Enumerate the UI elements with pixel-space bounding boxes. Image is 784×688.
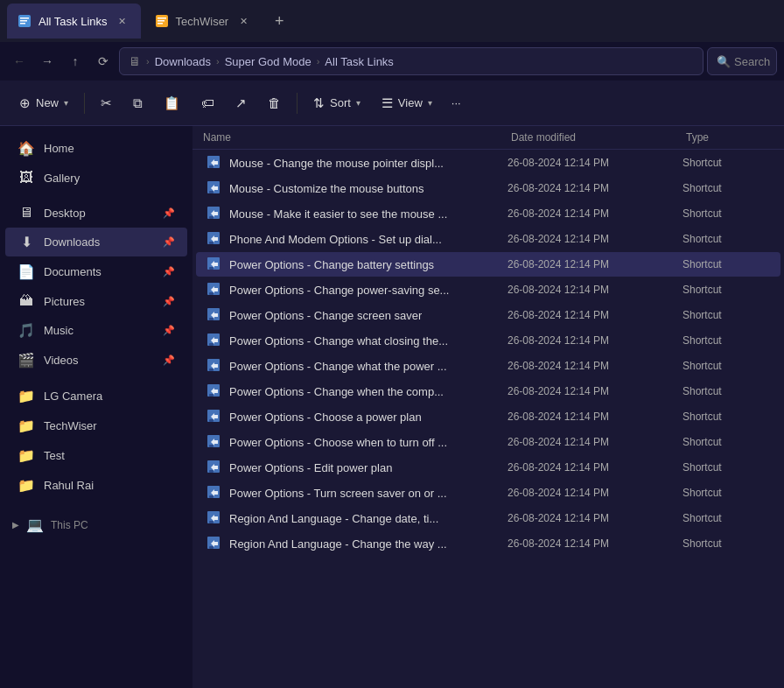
svg-rect-2 <box>20 20 27 22</box>
sidebar-item-documents[interactable]: 📄 Documents 📌 <box>5 257 187 286</box>
sidebar-item-test[interactable]: 📁 Test <box>5 441 187 470</box>
file-name: Region And Language - Change date, ti... <box>229 512 438 525</box>
file-date: 26-08-2024 12:14 PM <box>508 334 682 347</box>
file-name: Power Options - Change when the comp... <box>229 385 444 398</box>
table-row[interactable]: Mouse - Customize the mouse buttons 26-0… <box>196 176 780 200</box>
svg-rect-29 <box>209 419 214 422</box>
table-row[interactable]: Power Options - Change when the comp... … <box>196 379 780 404</box>
new-chevron: ▾ <box>64 98 68 108</box>
more-button[interactable]: ··· <box>444 91 468 115</box>
table-row[interactable]: Power Options - Choose when to turn off … <box>196 430 780 454</box>
address-input[interactable]: 🖥 › Downloads › Super God Mode › All Tas… <box>119 47 704 75</box>
sidebar-item-downloads[interactable]: ⬇ Downloads 📌 <box>5 228 187 256</box>
svg-rect-13 <box>209 216 214 219</box>
view-label: View <box>398 96 423 109</box>
breadcrumb-downloads[interactable]: Downloads <box>155 55 211 68</box>
file-date: 26-08-2024 12:14 PM <box>508 360 682 372</box>
cut-button[interactable]: ✂ <box>92 90 121 116</box>
sidebar-item-rahulrai[interactable]: 📁 Rahul Rai <box>5 471 187 500</box>
refresh-button[interactable]: ⟳ <box>91 49 116 74</box>
file-name-cell: Power Options - Edit power plan <box>206 460 508 475</box>
back-button[interactable]: ← <box>7 49 32 74</box>
rename-button[interactable]: 🏷 <box>192 90 223 116</box>
table-row[interactable]: Phone And Modem Options - Set up dial...… <box>196 227 780 251</box>
file-date: 26-08-2024 12:14 PM <box>508 411 682 423</box>
table-row[interactable]: Power Options - Change what the power ..… <box>196 354 780 378</box>
breadcrumb-super-god-mode[interactable]: Super God Mode <box>225 55 312 68</box>
table-row[interactable]: Power Options - Edit power plan 26-08-20… <box>196 455 780 480</box>
sidebar: 🏠 Home 🖼 Gallery 🖥 Desktop 📌 ⬇ Downloads… <box>0 126 192 688</box>
tab-techwiser[interactable]: TechWiser ✕ <box>144 4 262 39</box>
file-shortcut-icon <box>206 358 222 374</box>
file-date: 26-08-2024 12:14 PM <box>508 436 682 448</box>
file-name-cell: Region And Language - Change date, ti... <box>206 510 508 526</box>
sort-chevron: ▾ <box>356 98 360 108</box>
sidebar-item-desktop[interactable]: 🖥 Desktop 📌 <box>5 199 187 227</box>
address-pc-icon: 🖥 <box>129 54 141 68</box>
delete-button[interactable]: 🗑 <box>259 90 290 116</box>
copy-button[interactable]: ⧉ <box>124 90 151 116</box>
file-date: 26-08-2024 12:14 PM <box>508 258 682 270</box>
svg-rect-23 <box>209 343 214 346</box>
tab-icon-all-task-links <box>18 14 32 28</box>
sidebar-item-techwiser[interactable]: 📁 TechWiser <box>5 411 187 440</box>
file-name-cell: Power Options - Change what closing the.… <box>206 333 508 348</box>
file-name-cell: Power Options - Change when the comp... <box>206 383 508 399</box>
table-row[interactable]: Power Options - Choose a power plan 26-0… <box>196 404 780 429</box>
file-date: 26-08-2024 12:14 PM <box>508 182 682 194</box>
view-button[interactable]: ☰ View ▾ <box>373 90 441 116</box>
up-button[interactable]: ↑ <box>63 49 88 74</box>
file-type: Shortcut <box>682 334 770 347</box>
new-button[interactable]: ⊕ New ▾ <box>10 90 77 116</box>
file-name: Region And Language - Change the way ... <box>229 537 447 551</box>
sidebar-item-gallery[interactable]: 🖼 Gallery <box>5 164 187 192</box>
svg-rect-9 <box>209 165 214 168</box>
search-box[interactable]: 🔍 Search <box>707 47 777 75</box>
breadcrumb-all-task-links[interactable]: All Task Links <box>325 55 394 68</box>
file-name: Power Options - Change what closing the.… <box>229 334 448 348</box>
table-row[interactable]: Power Options - Change battery settings … <box>196 252 780 277</box>
new-tab-button[interactable]: + <box>265 7 293 35</box>
file-shortcut-icon <box>206 485 222 501</box>
file-name: Power Options - Change what the power ..… <box>229 360 447 373</box>
svg-rect-25 <box>209 369 214 371</box>
table-row[interactable]: Region And Language - Change the way ...… <box>196 531 780 556</box>
tab-all-task-links[interactable]: All Task Links ✕ <box>7 4 141 39</box>
table-row[interactable]: Power Options - Turn screen saver on or … <box>196 481 780 505</box>
table-row[interactable]: Mouse - Change the mouse pointer displ..… <box>196 151 780 175</box>
table-row[interactable]: Power Options - Change power-saving se..… <box>196 277 780 302</box>
downloads-pin: 📌 <box>163 236 175 248</box>
share-button[interactable]: ↗ <box>227 90 256 116</box>
paste-icon: 📋 <box>164 95 180 111</box>
sidebar-label-lgcamera: LG Camera <box>44 390 102 403</box>
sidebar-label-desktop: Desktop <box>44 207 86 220</box>
table-row[interactable]: Mouse - Make it easier to see the mouse … <box>196 201 780 226</box>
table-row[interactable]: Region And Language - Change date, ti...… <box>196 506 780 530</box>
videos-pin: 📌 <box>163 355 175 366</box>
sidebar-item-lgcamera[interactable]: 📁 LG Camera <box>5 382 187 411</box>
table-row[interactable]: Power Options - Change screen saver 26-0… <box>196 303 780 327</box>
paste-button[interactable]: 📋 <box>155 90 189 116</box>
file-name: Power Options - Edit power plan <box>229 461 392 474</box>
file-name: Phone And Modem Options - Set up dial... <box>229 233 442 246</box>
sort-button[interactable]: ⇅ Sort ▾ <box>304 90 369 116</box>
sidebar-item-pictures[interactable]: 🏔 Pictures 📌 <box>5 287 187 315</box>
sidebar-item-music[interactable]: 🎵 Music 📌 <box>5 316 187 345</box>
sidebar-label-downloads: Downloads <box>44 235 100 249</box>
svg-rect-27 <box>209 394 214 397</box>
file-shortcut-icon <box>206 460 222 475</box>
sidebar-item-home[interactable]: 🏠 Home <box>5 134 187 163</box>
file-type: Shortcut <box>682 436 770 448</box>
this-pc-section[interactable]: ▶ 💻 This PC <box>0 511 192 538</box>
sidebar-label-music: Music <box>44 324 74 337</box>
file-name: Power Options - Change power-saving se..… <box>229 284 449 297</box>
forward-button[interactable]: → <box>35 49 60 74</box>
test-icon: 📁 <box>18 447 35 464</box>
svg-rect-3 <box>20 23 25 25</box>
tab-close-techwiser[interactable]: ✕ <box>235 13 251 29</box>
file-name: Power Options - Change screen saver <box>229 309 422 322</box>
tab-close-all-task-links[interactable]: ✕ <box>115 13 130 29</box>
table-row[interactable]: Power Options - Change what closing the.… <box>196 328 780 353</box>
file-type: Shortcut <box>682 461 770 474</box>
sidebar-item-videos[interactable]: 🎬 Videos 📌 <box>5 346 187 375</box>
